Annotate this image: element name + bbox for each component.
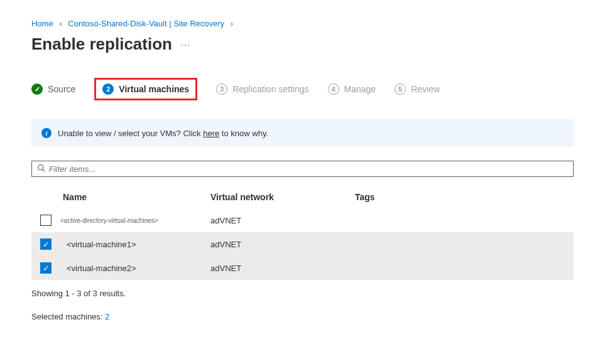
- filter-box[interactable]: [31, 161, 574, 177]
- step-label: Virtual machines: [119, 84, 189, 94]
- step-manage[interactable]: 4 Manage: [328, 83, 376, 95]
- row-name: <virtual-machine2>: [60, 264, 202, 273]
- info-post: to know why.: [219, 129, 268, 138]
- checkbox-checked[interactable]: ✓: [40, 238, 52, 250]
- table-row[interactable]: ✓ <virtual-machine1> adVNET: [31, 232, 574, 256]
- step-label: Replication settings: [232, 84, 308, 94]
- step-source[interactable]: ✓ Source: [31, 83, 75, 95]
- selected-label: Selected machines:: [31, 312, 105, 321]
- breadcrumb-vault[interactable]: Contoso-Shared-Disk-Vault | Site Recover…: [68, 19, 224, 28]
- row-name: <active-directory-virtual-machines>: [60, 217, 202, 224]
- step-number-icon: 2: [102, 83, 114, 95]
- page-title: Enable replication: [31, 35, 172, 54]
- step-review[interactable]: 5 Review: [395, 83, 440, 95]
- table-row[interactable]: <active-directory-virtual-machines> adVN…: [31, 208, 574, 232]
- more-icon[interactable]: ···: [181, 40, 190, 50]
- svg-line-1: [43, 169, 45, 171]
- info-pre: Unable to view / select your VMs? Click: [58, 129, 203, 138]
- page-title-row: Enable replication ···: [31, 35, 574, 54]
- step-number-icon: 4: [328, 83, 339, 95]
- chevron-right-icon: ›: [59, 19, 62, 28]
- info-link[interactable]: here: [203, 129, 219, 138]
- step-number-icon: 5: [395, 83, 406, 95]
- check-icon: ✓: [31, 83, 43, 95]
- breadcrumb: Home › Contoso-Shared-Disk-Vault | Site …: [31, 19, 574, 28]
- wizard-steps: ✓ Source 2 Virtual machines 3 Replicatio…: [31, 78, 574, 100]
- breadcrumb-home[interactable]: Home: [31, 19, 53, 28]
- row-vnet: adVNET: [210, 216, 355, 225]
- checkbox-checked[interactable]: ✓: [40, 262, 52, 274]
- step-virtual-machines[interactable]: 2 Virtual machines: [94, 78, 197, 100]
- header-tags: Tags: [355, 192, 565, 202]
- step-number-icon: 3: [216, 83, 227, 95]
- info-text: Unable to view / select your VMs? Click …: [58, 129, 268, 138]
- svg-point-0: [38, 165, 43, 170]
- step-replication-settings[interactable]: 3 Replication settings: [216, 83, 308, 95]
- step-label: Review: [411, 84, 440, 94]
- row-vnet: adVNET: [210, 264, 355, 273]
- info-bar: i Unable to view / select your VMs? Clic…: [31, 119, 574, 147]
- table-header: Name Virtual network Tags: [31, 186, 574, 208]
- selected-count: 2: [105, 312, 109, 321]
- row-name: <virtual-machine1>: [60, 240, 202, 249]
- results-text: Showing 1 - 3 of 3 results.: [31, 289, 574, 298]
- header-vnet: Virtual network: [210, 192, 355, 202]
- filter-input[interactable]: [49, 164, 568, 174]
- header-name: Name: [63, 192, 210, 202]
- table-row[interactable]: ✓ <virtual-machine2> adVNET: [31, 256, 574, 280]
- info-icon: i: [41, 128, 52, 138]
- checkbox[interactable]: [40, 215, 52, 226]
- step-label: Source: [48, 84, 75, 94]
- search-icon: [37, 164, 45, 174]
- chevron-right-icon: ›: [231, 19, 233, 28]
- row-vnet: adVNET: [210, 240, 355, 249]
- step-label: Manage: [344, 84, 376, 94]
- selected-machines: Selected machines: 2: [31, 312, 574, 321]
